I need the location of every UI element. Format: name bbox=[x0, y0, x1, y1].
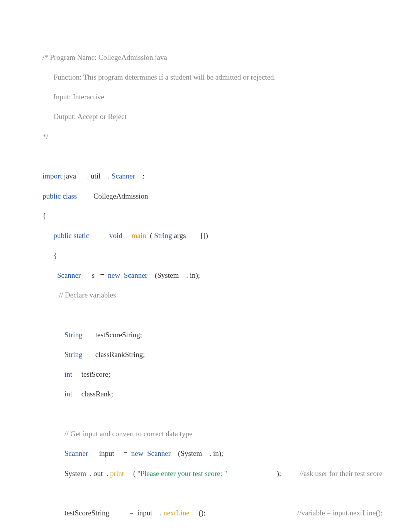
identifier: in); bbox=[190, 271, 200, 279]
dot: . bbox=[90, 469, 91, 478]
blank-line bbox=[42, 528, 387, 532]
keyword-class: class bbox=[63, 192, 77, 200]
type-string: String bbox=[154, 231, 172, 240]
dot: . bbox=[186, 271, 188, 279]
main-decl-line: public static void main ( String args []… bbox=[42, 231, 387, 241]
type-int: int bbox=[64, 370, 72, 378]
comment-line: Input: Interactive bbox=[42, 92, 387, 102]
rparen: ); bbox=[277, 469, 281, 478]
blank-line bbox=[42, 488, 387, 498]
string-literal: "Please enter your test score: " bbox=[137, 469, 227, 478]
comment-line: */ bbox=[42, 132, 387, 142]
dot: . bbox=[209, 449, 211, 457]
keyword-new: new bbox=[108, 271, 120, 279]
keyword-new: new bbox=[131, 449, 144, 457]
dot: . bbox=[87, 172, 89, 180]
inline-comment: //ask user for their test score bbox=[300, 469, 383, 478]
main-brace: { bbox=[42, 250, 387, 260]
type-scanner: Scanner bbox=[147, 449, 171, 457]
var-decl: String testScoreString; bbox=[42, 330, 387, 340]
identifier: System bbox=[64, 469, 86, 478]
paren: (); bbox=[198, 509, 205, 517]
blank-line bbox=[42, 310, 387, 320]
identifier: java bbox=[64, 172, 76, 180]
paren-system: (System bbox=[178, 449, 202, 457]
brackets: []) bbox=[201, 231, 208, 240]
identifier: input bbox=[99, 449, 114, 457]
dot: . bbox=[108, 172, 110, 180]
identifier: out bbox=[93, 469, 103, 478]
type-string: String bbox=[64, 350, 82, 359]
equals: = bbox=[100, 271, 104, 279]
keyword-static: static bbox=[74, 231, 89, 240]
equals: = bbox=[124, 449, 128, 457]
indent bbox=[42, 469, 64, 478]
type-scanner: Scanner bbox=[124, 271, 147, 279]
type-int: int bbox=[64, 390, 72, 398]
keyword-public: public bbox=[54, 231, 72, 240]
var-decl: int testScore; bbox=[42, 369, 387, 379]
var-decl: int classRank; bbox=[42, 389, 387, 399]
type-scanner: Scanner bbox=[64, 449, 88, 457]
semicolon: ; bbox=[142, 172, 144, 180]
indent bbox=[42, 449, 64, 457]
indent bbox=[42, 509, 64, 517]
indent bbox=[42, 350, 64, 359]
indent bbox=[42, 231, 54, 240]
print-line: System . out . print ( "Please enter you… bbox=[42, 469, 387, 479]
method-nextline: nextLine bbox=[163, 509, 190, 517]
input-comment: // Get input and convert to correct data… bbox=[42, 429, 387, 439]
indent bbox=[42, 271, 57, 279]
identifier: in); bbox=[213, 449, 223, 457]
indent bbox=[42, 390, 64, 398]
assign-line: testScoreString = input . nextLine (); /… bbox=[42, 508, 387, 518]
scanner-input-line: Scanner input = new Scanner (System . in… bbox=[42, 449, 387, 459]
type-scanner: Scanner bbox=[57, 271, 81, 279]
declare-comment: // Declare variables bbox=[42, 290, 387, 300]
identifier: testScore; bbox=[81, 370, 110, 378]
identifier: classRank; bbox=[81, 390, 113, 398]
comment-line: Output: Accept or Reject bbox=[42, 112, 387, 122]
scanner-s-line: Scanner s = new Scanner (System . in); bbox=[42, 270, 387, 280]
comment-line: Function: This program determines if a s… bbox=[42, 72, 387, 82]
keyword-void: void bbox=[109, 231, 122, 240]
comment-line: /* Program Name: CollegeAdmission.java bbox=[42, 53, 387, 63]
lparen: ( bbox=[150, 231, 152, 240]
identifier: input bbox=[137, 509, 152, 517]
identifier: s bbox=[92, 271, 95, 279]
class-name: CollegeAdmission bbox=[93, 192, 148, 200]
identifier: testScoreString; bbox=[95, 331, 142, 339]
identifier: util bbox=[91, 172, 100, 180]
identifier: classRankString; bbox=[95, 350, 145, 359]
code-block: /* Program Name: CollegeAdmission.java F… bbox=[42, 42, 387, 532]
identifier: testScoreString bbox=[64, 509, 109, 517]
type-scanner: Scanner bbox=[112, 172, 135, 180]
indent bbox=[42, 370, 64, 378]
dot: . bbox=[107, 469, 108, 478]
identifier: args bbox=[174, 231, 186, 240]
brace-open: { bbox=[42, 211, 387, 221]
keyword-public: public bbox=[42, 192, 61, 200]
dot: . bbox=[160, 509, 162, 517]
blank-line bbox=[42, 409, 387, 419]
import-line: import java . util . Scanner ; bbox=[42, 171, 387, 181]
lparen: ( bbox=[133, 469, 136, 478]
method-print: print bbox=[110, 469, 124, 478]
indent bbox=[42, 331, 64, 339]
equals: = bbox=[129, 509, 134, 517]
keyword-import: import bbox=[42, 172, 62, 180]
class-decl-line: public class CollegeAdmission bbox=[42, 191, 387, 201]
method-main: main bbox=[132, 231, 146, 240]
type-string: String bbox=[64, 331, 82, 339]
blank-line bbox=[42, 151, 387, 161]
var-decl: String classRankString; bbox=[42, 350, 387, 360]
inline-comment: //variable = input.nextLine(); bbox=[297, 509, 383, 517]
paren-system: (System bbox=[155, 271, 179, 279]
